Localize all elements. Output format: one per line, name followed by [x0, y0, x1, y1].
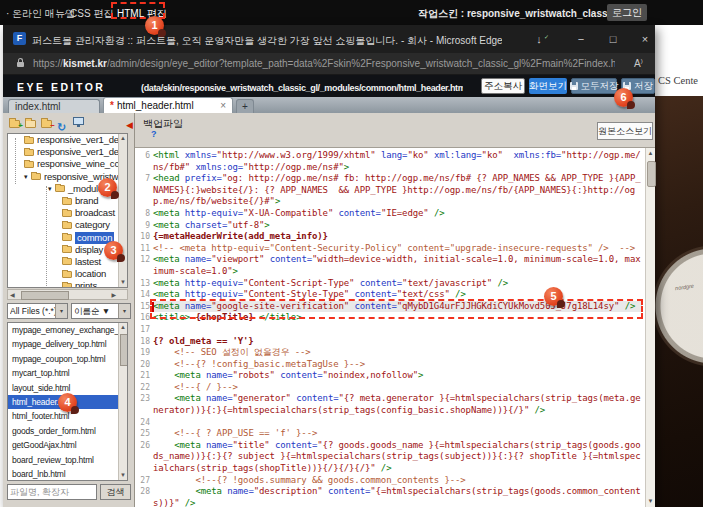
read-aloud-icon[interactable]: A): [634, 58, 643, 69]
code-editor[interactable]: 6<html xmlns="http://www.w3.org/1999/xht…: [135, 148, 646, 507]
preview-button[interactable]: 화면보기: [529, 78, 567, 94]
code-line-27[interactable]: 27 <!--{? !goods.summary && goods.common…: [136, 475, 646, 487]
open-window-icon[interactable]: [73, 117, 86, 128]
scroll-down-icon[interactable]: ▼: [119, 471, 127, 480]
file-item-mypage_delivery_top-html[interactable]: mypage_delivery_top.html: [8, 337, 127, 351]
tree-item-prints[interactable]: prints: [8, 280, 127, 288]
scroll-up-icon[interactable]: ▲: [646, 149, 655, 158]
code-text[interactable]: <meta name="viewport" content="width=dev…: [153, 254, 642, 277]
code-text[interactable]: <!--{? !config_basic.metaTagUse }-->: [153, 359, 642, 371]
code-line-7[interactable]: 7<head prefix="og: http://ogp.me/ns# fb:…: [136, 173, 646, 208]
tree-item-responsive_wine_cc[interactable]: responsive_wine_cc: [8, 158, 127, 170]
file-item-getGoodAjax-html[interactable]: getGoodAjax.html: [8, 438, 127, 452]
scroll-down-icon[interactable]: ▼: [119, 278, 127, 287]
code-text[interactable]: <meta name="title" content="{? goods.goo…: [153, 440, 642, 475]
topbar-link-css-edit[interactable]: · CSS 편집: [64, 7, 113, 21]
code-line-24[interactable]: 24: [136, 417, 646, 429]
code-line-10[interactable]: 10{=metaHeaderWrite(add_meta_info)}: [136, 231, 646, 243]
collapse-panel-icon[interactable]: ◀: [126, 120, 133, 130]
file-item-mypage_coupon_top-html[interactable]: mypage_coupon_top.html: [8, 352, 127, 366]
window-title-bar[interactable]: F 퍼스트몰 관리자환경 :: 퍼스트몰, 오직 운영자만을 생각한 가장 앞선…: [3, 25, 655, 53]
code-text[interactable]: <meta http-equiv="Content-Script-Type" c…: [153, 278, 642, 290]
sort-order-select[interactable]: 이름순 ▼ ▾: [71, 303, 131, 319]
scroll-down-icon[interactable]: ▼: [646, 497, 655, 506]
code-line-16[interactable]: 16<title> {shopTitle} </title>: [136, 312, 646, 324]
code-line-14[interactable]: 14<meta http-equiv="Content-Style-Type" …: [136, 289, 646, 301]
code-text[interactable]: {=metaHeaderWrite(add_meta_info)}: [153, 231, 642, 243]
tree-item-responsive_ver1_de[interactable]: responsive_ver1_de: [8, 134, 127, 146]
tree-item-category[interactable]: category: [8, 219, 127, 231]
new-tab-button[interactable]: +: [236, 99, 254, 113]
download-icon[interactable]: ↓✓: [528, 30, 550, 48]
file-item-mypage_emoney_exchange_top-html[interactable]: mypage_emoney_exchange_top.html: [8, 323, 127, 337]
tree-horizontal-scrollbar[interactable]: ◀ ▶: [7, 289, 128, 300]
file-item-goods_order_form-html[interactable]: goods_order_form.html: [8, 424, 127, 438]
code-text[interactable]: [153, 324, 642, 336]
code-line-23[interactable]: 23 <meta name="generator" content="{? me…: [136, 393, 646, 416]
code-line-9[interactable]: 9<meta charset="utf-8">: [136, 220, 646, 232]
open-folder-icon[interactable]: [25, 117, 38, 128]
tab-index-html[interactable]: index.html: [8, 99, 100, 113]
scrollbar-thumb[interactable]: [120, 334, 128, 366]
code-text[interactable]: <meta http-equiv="Content-Style-Type" co…: [153, 289, 642, 301]
tree-scrollbar[interactable]: ▲ ▼: [118, 134, 127, 287]
code-line-13[interactable]: 13<meta http-equiv="Content-Script-Type"…: [136, 278, 646, 290]
backup-file-label[interactable]: 백업파일: [143, 117, 183, 131]
code-line-15[interactable]: 15<meta name="google-site-verification" …: [136, 301, 646, 313]
code-text[interactable]: [153, 417, 642, 429]
code-line-12[interactable]: 12<meta name="viewport" content="width=d…: [136, 254, 646, 277]
code-text[interactable]: <meta http-equiv="X-UA-Compatible" conte…: [153, 208, 642, 220]
file-tree[interactable]: ▲ ▼ responsive_ver1_deresponsive_ver1_de…: [7, 133, 128, 288]
file-type-filter-select[interactable]: All Files (*.*) ▾: [7, 303, 68, 319]
code-text[interactable]: <!--{ / }-->: [153, 382, 642, 394]
file-item-board_lnb-html[interactable]: board_lnb.html: [8, 467, 127, 481]
file-item-board_review_top-html[interactable]: board_review_top.html: [8, 453, 127, 467]
delete-folder-icon[interactable]: −: [41, 117, 54, 128]
code-line-19[interactable]: 19 <!-- SEO 설정이 없을경우 -->: [136, 347, 646, 359]
code-text[interactable]: <head prefix="og: http://ogp.me/ns# fb: …: [153, 173, 642, 208]
scrollbar-thumb[interactable]: [647, 161, 656, 187]
code-text[interactable]: <meta name="google-site-verification" co…: [153, 301, 642, 313]
code-text[interactable]: <html xmlns="http://www.w3.org/1999/xhtm…: [153, 150, 642, 173]
code-line-17[interactable]: 17: [136, 324, 646, 336]
file-list-scrollbar[interactable]: ▲ ▼: [118, 323, 127, 480]
code-line-22[interactable]: 22 <!--{ / }-->: [136, 382, 646, 394]
tree-item-responsive_ver1_de[interactable]: responsive_ver1_de: [8, 146, 127, 158]
code-line-28[interactable]: 28 <meta name="description" content="{=h…: [136, 486, 646, 507]
minimize-button[interactable]: −: [570, 30, 592, 48]
code-text[interactable]: <!--{ ? APP_USE == 'f' }-->: [153, 428, 642, 440]
search-button[interactable]: 검색: [100, 484, 131, 500]
new-folder-icon[interactable]: +: [9, 117, 22, 128]
code-line-21[interactable]: 21 <meta name="robots" content="noindex,…: [136, 370, 646, 382]
code-line-11[interactable]: 11<!-- <meta http-equiv="Content-Securit…: [136, 243, 646, 255]
scroll-up-icon[interactable]: ▲: [119, 323, 127, 332]
address-bar[interactable]: https://kismet.kr/admin/design/eye_edito…: [3, 53, 655, 75]
login-button[interactable]: 로그인: [607, 4, 647, 21]
code-text[interactable]: <title> {shopTitle} </title>: [153, 312, 642, 324]
code-text[interactable]: <!--{? !goods.summary && goods.common_co…: [153, 475, 642, 487]
code-line-26[interactable]: 26 <meta name="title" content="{? goods.…: [136, 440, 646, 475]
file-search-input[interactable]: [7, 484, 97, 500]
help-icon[interactable]: ?: [151, 129, 157, 139]
code-line-8[interactable]: 8<meta http-equiv="X-UA-Compatible" cont…: [136, 208, 646, 220]
copy-url-button[interactable]: 주소복사: [481, 78, 525, 94]
code-text[interactable]: {? old_meta == 'Y'}: [153, 336, 642, 348]
tree-item-location[interactable]: location: [8, 268, 127, 280]
code-text[interactable]: <meta name="description" content="{=html…: [153, 486, 642, 507]
refresh-icon[interactable]: ↻: [57, 117, 70, 128]
code-line-6[interactable]: 6<html xmlns="http://www.w3.org/1999/xht…: [136, 150, 646, 173]
code-line-25[interactable]: 25 <!--{ ? APP_USE == 'f' }-->: [136, 428, 646, 440]
code-text[interactable]: <meta name="robots" content="noindex,nof…: [153, 370, 642, 382]
code-text[interactable]: <meta charset="utf-8">: [153, 220, 642, 232]
code-text[interactable]: <!-- SEO 설정이 없을경우 -->: [153, 347, 642, 359]
editor-scrollbar[interactable]: ▲ ▼: [645, 148, 655, 507]
scrollbar-thumb[interactable]: [21, 291, 69, 300]
scroll-up-icon[interactable]: ▲: [119, 134, 127, 143]
scroll-right-icon[interactable]: ▶: [111, 291, 116, 299]
tab-html-header-html[interactable]: * html_header.html ×: [103, 97, 233, 113]
code-text[interactable]: <meta name="generator" content="{? meta.…: [153, 393, 642, 416]
save-all-button[interactable]: 모두저장: [571, 78, 617, 94]
tab-close-icon[interactable]: ×: [220, 100, 226, 111]
scroll-left-icon[interactable]: ◀: [10, 291, 15, 299]
file-item-mycart_top-html[interactable]: mycart_top.html: [8, 366, 127, 380]
